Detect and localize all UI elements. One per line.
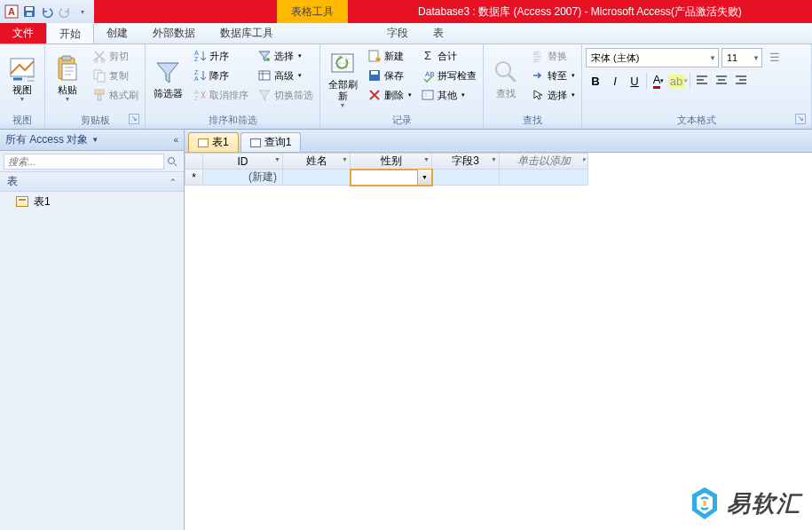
tab-fields[interactable]: 字段 [374,23,421,44]
goto-button[interactable]: 转至▾ [528,66,578,85]
tab-db-tools[interactable]: 数据库工具 [208,23,286,44]
datasheet[interactable]: ID▼ 姓名▼ 性别▼ 字段3▼ 单击以添加▾ * (新建) ▼ [185,153,812,530]
highlight-button[interactable]: ab▾ [668,71,688,91]
nav-item-table1[interactable]: 表1 [0,192,184,211]
group-sort-filter: 筛选器 AZ升序 ZA降序 AZ取消排序 选择▾ 高级▾ 切换筛选 排序和筛选 [146,44,320,129]
content-area: 所有 Access 对象 ▼ « 表 ⌃ 表1 表1 查询1 ID▼ [0,130,812,530]
svg-point-34 [169,157,175,163]
column-header-field3[interactable]: 字段3▼ [432,154,500,170]
nav-header[interactable]: 所有 Access 对象 ▼ « [0,130,184,151]
cell-field3[interactable] [432,170,500,186]
cell-name[interactable] [283,170,351,186]
svg-point-21 [266,58,270,61]
cell-sex-active[interactable]: ▼ [351,170,432,186]
totals-button[interactable]: Σ合计 [418,46,479,66]
column-header-add[interactable]: 单击以添加▾ [500,154,588,170]
svg-rect-27 [371,71,378,75]
table-row[interactable]: * (新建) ▼ [185,170,588,186]
group-records: 全部刷新 ▼ 新建 保存 删除▾ Σ合计 ABC拼写检查 其他▾ 记录 [320,44,484,129]
object-tab-query1[interactable]: 查询1 [240,132,302,152]
tab-home[interactable]: 开始 [46,22,94,44]
column-dropdown-icon[interactable]: ▼ [274,156,280,162]
group-clipboard: 粘贴 ▼ 剪切 复制 格式刷 剪贴板↘ [45,44,146,129]
column-header-name[interactable]: 姓名▼ [283,154,351,170]
font-color-button[interactable]: A▾ [649,71,668,91]
select-all-corner[interactable] [185,154,203,170]
view-button[interactable]: 视图 ▼ [4,46,41,110]
chevron-down-icon: ▼ [20,96,26,102]
select-button[interactable]: 选择▾ [528,85,578,105]
spellcheck-button[interactable]: ABC拼写检查 [418,66,479,85]
column-header-id[interactable]: ID▼ [203,154,283,170]
find-button[interactable]: 查找 [487,46,524,110]
quick-access-toolbar: A ▾ [0,0,94,23]
access-app-icon[interactable]: A [4,4,20,20]
chevron-down-icon: ▼ [340,102,346,108]
bullets-button[interactable]: ☰ [765,48,784,67]
tab-create[interactable]: 创建 [94,23,140,44]
sort-desc-button[interactable]: ZA降序 [190,66,251,85]
tab-external-data[interactable]: 外部数据 [140,23,208,44]
more-records-button[interactable]: 其他▾ [418,85,479,105]
query-icon [250,138,261,147]
selection-filter-button[interactable]: 选择▾ [255,46,316,66]
chevron-down-icon: ▼ [709,54,716,62]
search-icon[interactable] [164,154,180,170]
chevron-down-icon: ▼ [65,96,71,102]
new-record-button[interactable]: 新建 [365,46,414,66]
svg-text:Z: Z [194,56,199,62]
tab-table[interactable]: 表 [421,23,456,44]
italic-button[interactable]: I [605,71,625,91]
svg-rect-8 [62,64,76,80]
cell-id-new[interactable]: (新建) [203,170,283,186]
svg-rect-30 [422,91,433,99]
combobox-dropdown-icon[interactable]: ▼ [417,170,431,185]
font-size-combo[interactable]: 11▼ [721,48,762,67]
replace-button[interactable]: abac替换 [528,46,578,66]
title-red-spacer [94,0,277,23]
filter-button[interactable]: 筛选器 [149,46,186,110]
qat-customize-icon[interactable]: ▾ [75,4,91,20]
object-tab-table1[interactable]: 表1 [188,132,239,152]
align-right-button[interactable] [731,71,751,91]
font-family-combo[interactable]: 宋体 (主体)▼ [586,48,719,67]
svg-rect-35 [704,501,706,506]
column-header-sex[interactable]: 性别▼ [351,154,432,170]
svg-text:A: A [194,50,199,56]
redo-icon[interactable] [57,4,73,20]
group-find: 查找 abac替换 转至▾ 选择▾ 查找 [484,44,582,129]
bold-button[interactable]: B [586,71,605,91]
table-icon [16,196,28,207]
clear-sort-button[interactable]: AZ取消排序 [190,85,251,105]
group-view: 视图 ▼ 视图 [0,44,45,129]
tab-file[interactable]: 文件 [0,23,46,44]
align-left-button[interactable] [692,71,712,91]
toggle-filter-button[interactable]: 切换筛选 [255,85,316,105]
collapse-nav-icon[interactable]: « [173,135,178,145]
underline-button[interactable]: U [625,71,644,91]
cut-button[interactable]: 剪切 [90,46,141,66]
column-dropdown-icon[interactable]: ▼ [342,156,348,162]
advanced-filter-button[interactable]: 高级▾ [255,66,316,85]
row-selector-new[interactable]: * [185,170,203,186]
copy-button[interactable]: 复制 [90,66,141,85]
save-icon[interactable] [21,4,37,20]
search-input[interactable] [4,154,164,170]
paste-button[interactable]: 粘贴 ▼ [49,46,86,110]
cell-add[interactable] [500,170,588,186]
save-record-button[interactable]: 保存 [365,66,414,85]
align-center-button[interactable] [712,71,731,91]
table-icon [198,138,209,147]
svg-text:Z: Z [194,95,199,101]
column-dropdown-icon[interactable]: ▾ [582,156,586,163]
column-dropdown-icon[interactable]: ▼ [423,156,430,162]
undo-icon[interactable] [39,4,55,20]
dialog-launcher-icon[interactable]: ↘ [795,114,806,124]
sort-asc-button[interactable]: AZ升序 [190,46,251,66]
nav-group-tables[interactable]: 表 ⌃ [0,172,184,192]
column-dropdown-icon[interactable]: ▼ [491,156,497,162]
refresh-all-button[interactable]: 全部刷新 ▼ [324,46,361,110]
format-painter-button[interactable]: 格式刷 [90,85,141,105]
dialog-launcher-icon[interactable]: ↘ [129,114,139,124]
delete-record-button[interactable]: 删除▾ [365,85,414,105]
